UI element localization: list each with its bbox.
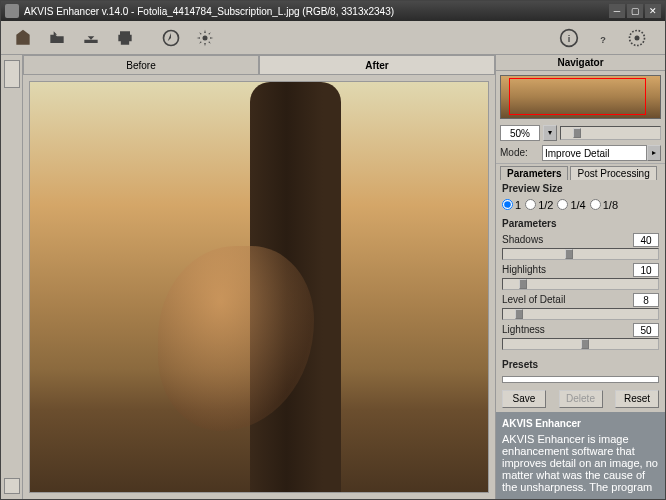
navigator-title: Navigator: [496, 55, 665, 71]
info-title: AKVIS Enhancer: [502, 418, 659, 430]
svg-text:i: i: [568, 34, 571, 44]
info-button[interactable]: i: [555, 24, 583, 52]
detail-slider[interactable]: [502, 308, 659, 320]
presets-select[interactable]: [502, 376, 659, 383]
reset-preset-button[interactable]: Reset: [615, 390, 659, 408]
subtab-parameters[interactable]: Parameters: [500, 166, 568, 180]
preview-size-1[interactable]: 1: [502, 199, 521, 211]
shadows-slider[interactable]: [502, 248, 659, 260]
subtab-postprocessing[interactable]: Post Processing: [570, 166, 656, 180]
info-body: AKVIS Enhancer is image enhancement soft…: [502, 433, 659, 493]
app-logo-icon: [9, 24, 37, 52]
param-lightness: Lightness50: [496, 322, 665, 352]
svg-point-5: [635, 35, 640, 40]
rendered-image: [30, 82, 488, 492]
mode-arrow-icon[interactable]: ▸: [647, 145, 661, 161]
svg-point-1: [203, 35, 208, 40]
close-button[interactable]: ✕: [645, 4, 661, 18]
tab-before[interactable]: Before: [23, 55, 259, 74]
param-highlights: Highlights10: [496, 262, 665, 292]
highlights-label: Highlights: [502, 264, 546, 275]
preview-size-quarter[interactable]: 1/4: [557, 199, 585, 211]
save-preset-button[interactable]: Save: [502, 390, 546, 408]
svg-text:?: ?: [600, 35, 606, 45]
param-shadows: Shadows40: [496, 232, 665, 262]
preview-size-half[interactable]: 1/2: [525, 199, 553, 211]
preview-size-eighth[interactable]: 1/8: [590, 199, 618, 211]
save-file-button[interactable]: [77, 24, 105, 52]
window-title: AKVIS Enhancer v.14.0 - Fotolia_4414784_…: [24, 6, 609, 17]
run-button[interactable]: [157, 24, 185, 52]
preview-size-group: 1 1/2 1/4 1/8: [496, 197, 665, 215]
settings-button[interactable]: [191, 24, 219, 52]
thumbnail-slot[interactable]: [4, 60, 20, 88]
highlights-value[interactable]: 10: [633, 263, 659, 277]
navigator-preview[interactable]: [500, 75, 661, 119]
shadows-label: Shadows: [502, 234, 543, 245]
minimize-button[interactable]: ─: [609, 4, 625, 18]
toolbar: i ?: [1, 21, 665, 55]
help-button[interactable]: ?: [589, 24, 617, 52]
param-detail: Level of Detail8: [496, 292, 665, 322]
mode-select[interactable]: Improve Detail: [542, 145, 647, 161]
preview-size-title: Preview Size: [496, 180, 665, 197]
maximize-button[interactable]: ▢: [627, 4, 643, 18]
open-file-button[interactable]: [43, 24, 71, 52]
info-panel: AKVIS Enhancer AKVIS Enhancer is image e…: [496, 412, 665, 499]
highlights-slider[interactable]: [502, 278, 659, 290]
detail-label: Level of Detail: [502, 294, 565, 305]
lightness-value[interactable]: 50: [633, 323, 659, 337]
thumbnail-slot-2[interactable]: [4, 478, 20, 494]
mode-label: Mode:: [500, 147, 542, 158]
zoom-dropdown-icon[interactable]: ▾: [543, 125, 557, 141]
lightness-slider[interactable]: [502, 338, 659, 350]
zoom-slider[interactable]: [560, 126, 661, 140]
lightness-label: Lightness: [502, 324, 545, 335]
detail-value[interactable]: 8: [633, 293, 659, 307]
shadows-value[interactable]: 40: [633, 233, 659, 247]
right-panel: Navigator 50% ▾ Mode: Improve Detail ▸ P…: [495, 55, 665, 499]
parameters-title: Parameters: [496, 215, 665, 232]
print-button[interactable]: [111, 24, 139, 52]
delete-preset-button[interactable]: Delete: [559, 390, 603, 408]
tab-after[interactable]: After: [259, 55, 495, 74]
image-canvas[interactable]: [29, 81, 489, 493]
prefs-button[interactable]: [623, 24, 651, 52]
left-sidebar: [1, 55, 23, 499]
titlebar: AKVIS Enhancer v.14.0 - Fotolia_4414784_…: [1, 1, 665, 21]
app-icon: [5, 4, 19, 18]
zoom-value[interactable]: 50%: [500, 125, 540, 141]
presets-title: Presets: [496, 356, 665, 373]
